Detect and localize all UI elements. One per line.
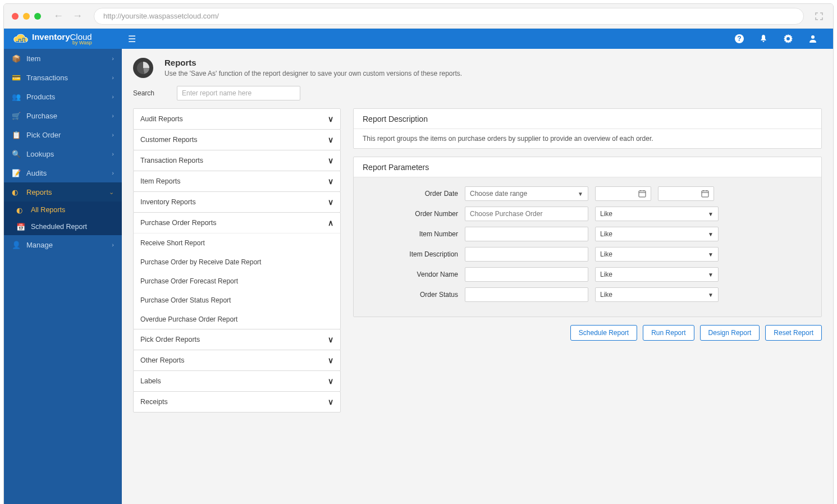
- sidebar-subitem-all-reports[interactable]: ◐ All Reports: [4, 201, 122, 218]
- param-label: Item Number: [363, 230, 458, 238]
- report-category-label: Other Reports: [140, 356, 185, 364]
- report-category-label: Customer Reports: [140, 136, 197, 144]
- report-category[interactable]: Receipts∨: [134, 392, 340, 412]
- sidebar-item-label: Reports: [26, 188, 52, 196]
- report-list-item[interactable]: Purchase Order Forecast Report: [134, 272, 340, 291]
- chevron-up-icon: ∧: [328, 218, 333, 227]
- report-category-label: Purchase Order Reports: [140, 219, 216, 227]
- sidebar-item-label: Manage: [26, 241, 53, 249]
- report-category-label: Item Reports: [140, 177, 181, 185]
- report-category-list: Audit Reports∨Customer Reports∨Transacti…: [133, 108, 341, 412]
- sidebar-subitem-scheduled-report[interactable]: 📅 Scheduled Report: [4, 218, 122, 235]
- report-list-item[interactable]: Receive Short Report: [134, 233, 340, 253]
- sidebar-submenu-reports: ◐ All Reports 📅 Scheduled Report: [4, 201, 122, 235]
- sidebar-item-products[interactable]: 👥 Products ›: [4, 87, 122, 106]
- sidebar-item-label: Audits: [26, 169, 47, 177]
- panel-title: Report Parameters: [354, 157, 821, 177]
- cloud-icon: [13, 33, 29, 44]
- sidebar-item-label: Pick Order: [26, 131, 61, 139]
- address-bar[interactable]: http://yoursite.waspassetcloud.com/: [94, 8, 804, 25]
- box-icon: 📦: [12, 54, 22, 63]
- user-icon[interactable]: [808, 34, 833, 43]
- search-label: Search: [133, 89, 154, 97]
- browser-toolbar: ← → http://yoursite.waspassetcloud.com/: [4, 4, 833, 29]
- forward-button[interactable]: →: [70, 9, 85, 24]
- param-input[interactable]: [465, 287, 588, 302]
- report-category-label: Transaction Reports: [140, 157, 203, 164]
- date-input[interactable]: [658, 186, 714, 201]
- search-input[interactable]: [177, 86, 300, 100]
- chevron-right-icon: ›: [112, 93, 114, 100]
- report-category[interactable]: Other Reports∨: [134, 350, 340, 370]
- param-operator-select[interactable]: Like▼: [595, 227, 719, 241]
- report-category[interactable]: Transaction Reports∨: [134, 150, 340, 171]
- design-report-button[interactable]: Design Report: [700, 325, 760, 341]
- close-window-icon[interactable]: [12, 13, 19, 20]
- chevron-down-icon: ∨: [328, 177, 333, 186]
- calendar-icon: [638, 190, 646, 198]
- caret-down-icon: ▼: [708, 272, 713, 278]
- schedule-report-button[interactable]: Schedule Report: [570, 325, 637, 341]
- sidebar-item-label: Purchase: [26, 112, 57, 120]
- report-list-item[interactable]: Purchase Order by Receive Date Report: [134, 253, 340, 272]
- menu-toggle-icon[interactable]: ☰: [122, 34, 142, 44]
- report-category[interactable]: Labels∨: [134, 371, 340, 391]
- chevron-right-icon: ›: [112, 241, 114, 248]
- app-bar: InventoryCloud by Wasp ☰ ?: [4, 29, 833, 49]
- caret-down-icon: ▼: [708, 251, 713, 258]
- sidebar-item-transactions[interactable]: 💳 Transactions ›: [4, 68, 122, 87]
- back-button[interactable]: ←: [51, 9, 66, 24]
- chevron-down-icon: ∨: [328, 156, 333, 165]
- param-operator-select[interactable]: Like▼: [595, 207, 719, 221]
- panel-title: Report Description: [354, 109, 821, 129]
- sidebar-item-manage[interactable]: 👤 Manage ›: [4, 235, 122, 254]
- report-list-item[interactable]: Overdue Purchase Order Report: [134, 310, 340, 329]
- param-operator-select[interactable]: Like▼: [595, 267, 719, 282]
- maximize-window-icon[interactable]: [34, 13, 41, 20]
- svg-text:?: ?: [737, 35, 741, 43]
- sidebar-item-item[interactable]: 📦 Item ›: [4, 49, 122, 68]
- report-category[interactable]: Item Reports∨: [134, 171, 340, 191]
- fullscreen-icon[interactable]: [813, 10, 825, 22]
- sidebar-item-label: Transactions: [26, 74, 68, 82]
- param-input[interactable]: [465, 267, 588, 282]
- chevron-down-icon: ∨: [328, 397, 333, 406]
- sidebar-item-reports[interactable]: ◐ Reports ⌄: [4, 182, 122, 201]
- sidebar-item-lookups[interactable]: 🔍 Lookups ›: [4, 144, 122, 163]
- pie-chart-icon: ◐: [12, 188, 22, 196]
- window-controls: [12, 13, 41, 20]
- sidebar-item-pick-order[interactable]: 📋 Pick Order ›: [4, 125, 122, 144]
- report-list-item[interactable]: Purchase Order Status Report: [134, 291, 340, 310]
- bell-icon[interactable]: [759, 34, 784, 43]
- sidebar-item-label: All Reports: [31, 206, 65, 214]
- sidebar-item-label: Products: [26, 93, 55, 101]
- date-input[interactable]: [595, 186, 651, 201]
- chevron-right-icon: ›: [112, 169, 114, 176]
- pie-chart-icon: ◐: [16, 206, 26, 214]
- report-category[interactable]: Customer Reports∨: [134, 130, 340, 150]
- gear-icon[interactable]: [784, 34, 808, 43]
- report-category[interactable]: Pick Order Reports∨: [134, 329, 340, 350]
- param-input[interactable]: [465, 247, 588, 262]
- svg-rect-7: [702, 191, 708, 197]
- products-icon: 👥: [12, 93, 22, 101]
- param-input[interactable]: [465, 227, 588, 241]
- report-category[interactable]: Audit Reports∨: [134, 109, 340, 129]
- param-input[interactable]: [465, 207, 588, 221]
- chevron-down-icon: ∨: [328, 377, 333, 386]
- sidebar-item-audits[interactable]: 📝 Audits ›: [4, 163, 122, 182]
- run-report-button[interactable]: Run Report: [643, 325, 694, 341]
- svg-point-2: [811, 35, 815, 39]
- param-operator-select[interactable]: Like▼: [595, 287, 719, 302]
- param-operator-select[interactable]: Like▼: [595, 247, 719, 262]
- sidebar-item-purchase[interactable]: 🛒 Purchase ›: [4, 106, 122, 125]
- page-subtitle: Use the 'Save As' function of the report…: [164, 70, 462, 77]
- date-range-select[interactable]: Choose date range▼: [465, 186, 588, 201]
- report-category[interactable]: Purchase Order Reports∧: [134, 213, 340, 233]
- chevron-right-icon: ›: [112, 150, 114, 157]
- pick-icon: 📋: [12, 131, 22, 139]
- minimize-window-icon[interactable]: [23, 13, 30, 20]
- report-category[interactable]: Inventory Reports∨: [134, 192, 340, 212]
- reset-report-button[interactable]: Reset Report: [765, 325, 822, 341]
- help-icon[interactable]: ?: [734, 34, 759, 44]
